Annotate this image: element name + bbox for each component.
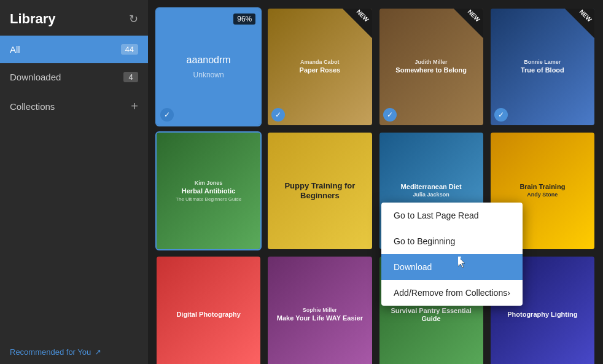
main-content: 96% aaanodrm Unknown ✓ NEW Amanda Cabot …	[148, 0, 603, 364]
sidebar-item-downloaded[interactable]: Downloaded 4	[0, 63, 148, 91]
book-card-2[interactable]: NEW Amanda Cabot Paper Roses ✓	[268, 9, 372, 125]
book-progress-1: 96%	[233, 14, 255, 25]
book-card-3[interactable]: NEW Judith Miller Somewhere to Belong ✓	[379, 9, 483, 125]
external-link-icon: ↗	[95, 347, 101, 357]
book-card-5[interactable]: Kim Jones Herbal Antibiotic The Ultimate…	[157, 133, 260, 249]
book-title-12: Photography Lighting	[507, 311, 577, 319]
book-author-8: Andy Stone	[527, 192, 558, 198]
recommended-for-you[interactable]: Recommended for You ↗	[0, 340, 148, 364]
book-overlay-10: Sophie Miller Make Your Life WAY Easier	[268, 257, 372, 364]
context-beginning-label: Go to Beginning	[394, 236, 455, 246]
context-menu-last-page[interactable]: Go to Last Page Read	[381, 203, 523, 228]
book-title-3: Somewhere to Belong	[395, 66, 467, 74]
context-menu-download[interactable]: Download	[381, 254, 523, 280]
context-menu: Go to Last Page Read Go to Beginning Dow…	[381, 203, 523, 306]
recommended-label: Recommended for You	[10, 347, 91, 357]
book-overlay-9: Digital Photography	[157, 257, 260, 364]
context-menu-beginning[interactable]: Go to Beginning	[381, 228, 523, 254]
context-download-label: Download	[394, 262, 432, 272]
book-card-10[interactable]: Sophie Miller Make Your Life WAY Easier	[268, 257, 372, 364]
book-author-10: Sophie Miller	[303, 307, 337, 313]
book-new-badge-2: NEW	[343, 9, 372, 38]
book-title-7: Mediterranean Diet	[401, 183, 462, 191]
sidebar-title: Library	[10, 11, 56, 27]
book-new-badge-4: NEW	[565, 9, 594, 38]
book-author-3: Judith Miller	[415, 59, 448, 65]
sidebar-header: Library ↻	[0, 0, 148, 36]
book-card-1[interactable]: 96% aaanodrm Unknown ✓	[157, 9, 260, 125]
add-collection-icon[interactable]: +	[131, 99, 138, 114]
sidebar-item-all-count: 44	[121, 44, 138, 55]
sidebar-item-all[interactable]: All 44	[0, 36, 148, 63]
book-title-11: Survival Pantry Essential Guide	[383, 307, 480, 323]
sidebar-item-downloaded-count: 4	[123, 72, 138, 82]
book-title-4: True of Blood	[521, 66, 564, 74]
context-arrow-icon: ›	[507, 288, 510, 298]
sidebar: Library ↻ All 44 Downloaded 4 Collection…	[0, 0, 148, 364]
book-title-2: Paper Roses	[300, 66, 341, 74]
book-author-2: Amanda Cabot	[300, 59, 340, 65]
book-overlay-5: Kim Jones Herbal Antibiotic The Ultimate…	[157, 133, 260, 249]
book-title-1: aaanodrm	[187, 55, 231, 66]
context-last-page-label: Go to Last Page Read	[394, 211, 479, 220]
books-grid: 96% aaanodrm Unknown ✓ NEW Amanda Cabot …	[148, 0, 603, 364]
sidebar-item-collections[interactable]: Collections +	[0, 91, 148, 122]
book-author-7: Julia Jackson	[413, 192, 449, 198]
context-menu-collections[interactable]: Add/Remove from Collections ›	[381, 280, 523, 306]
book-card-4[interactable]: NEW Bonnie Lamer True of Blood ✓	[491, 9, 594, 125]
book-title-5: Herbal Antibiotic	[182, 187, 236, 195]
book-new-badge-3: NEW	[454, 9, 483, 38]
book-card-9[interactable]: Digital Photography	[157, 257, 260, 364]
book-subtitle-1: Unknown	[193, 71, 224, 79]
book-title-6: Puppy Training for Beginners	[271, 181, 368, 200]
sidebar-collections-label: Collections	[10, 101, 55, 112]
book-title-9: Digital Photography	[176, 311, 241, 319]
book-check-4: ✓	[494, 108, 508, 122]
sidebar-item-downloaded-label: Downloaded	[10, 72, 61, 82]
context-collections-label: Add/Remove from Collections	[394, 288, 507, 298]
book-title-10: Make Your Life WAY Easier	[277, 314, 363, 322]
book-overlay-6: Puppy Training for Beginners	[268, 133, 372, 249]
book-title-8: Brain Training	[519, 183, 565, 191]
refresh-icon[interactable]: ↻	[129, 12, 138, 26]
book-subtitle-5: The Ultimate Beginners Guide	[176, 196, 241, 202]
book-author-5: Kim Jones	[195, 180, 223, 186]
book-author-4: Bonnie Lamer	[524, 59, 561, 65]
sidebar-item-all-label: All	[10, 44, 20, 55]
book-card-6[interactable]: Puppy Training for Beginners	[268, 133, 372, 249]
book-check-3: ✓	[383, 108, 397, 122]
